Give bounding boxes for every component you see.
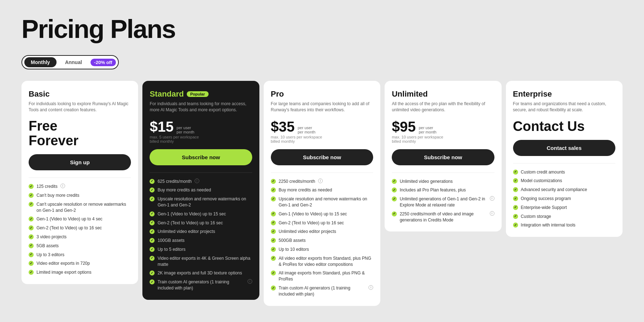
check-icon <box>392 211 397 216</box>
feature-item: Up to 10 editors <box>271 247 373 253</box>
check-icon <box>150 238 155 243</box>
plan-price-note-standard: max. 5 users per workspacebilled monthly <box>150 135 252 143</box>
info-icon[interactable]: i <box>318 179 323 183</box>
feature-text: Integration with internal tools <box>521 222 576 228</box>
feature-item: Unlimited video editor projects <box>271 229 373 235</box>
info-icon[interactable]: i <box>369 285 373 290</box>
check-icon <box>150 270 155 275</box>
check-icon <box>513 170 518 175</box>
plan-desc-enterprise: For teams and organizations that need a … <box>513 101 615 113</box>
info-icon[interactable]: i <box>60 184 65 188</box>
plan-name-pro: Pro <box>271 89 284 99</box>
plan-card-basic: Basic For individuals looking to explore… <box>21 81 138 284</box>
check-icon <box>392 196 397 201</box>
feature-text: Gen-2 (Text to Video) up to 16 sec <box>157 220 223 226</box>
plan-price-pro: $35 per user per month <box>271 119 373 135</box>
check-icon <box>150 279 155 284</box>
plan-desc-standard: For individuals and teams looking for mo… <box>150 101 252 113</box>
feature-item: 625 credits/month i <box>150 179 252 185</box>
check-icon <box>150 187 155 192</box>
plan-desc-unlimited: All the access of the pro plan with the … <box>392 101 494 113</box>
cta-btn-pro[interactable]: Subscribe now <box>271 149 373 165</box>
billing-annual[interactable]: Annual <box>59 57 88 67</box>
feature-text: Unlimited generations of Gen-1 and Gen-2… <box>400 196 487 208</box>
feature-item: Video editor exports in 720p <box>29 260 131 267</box>
feature-item: 3 video projects <box>29 234 131 240</box>
plan-card-unlimited: Unlimited All the access of the pro plan… <box>385 81 501 231</box>
feature-text: 625 credits/month <box>157 179 191 185</box>
feature-text: 100GB assets <box>157 238 184 244</box>
feature-text: Gen-2 (Text to Video) up to 16 sec <box>279 220 344 226</box>
feature-item: Gen-1 (Video to Video) up to 4 sec <box>29 216 131 222</box>
feature-text: Up to 10 editors <box>279 247 309 253</box>
feature-item: Advanced security and compliance <box>513 187 615 193</box>
feature-item: Can't buy more credits <box>29 192 131 199</box>
billing-toggle[interactable]: Monthly Annual -20% off <box>21 55 119 69</box>
feature-text: Up to 3 editors <box>36 252 64 258</box>
feature-item: Buy more credits as needed <box>271 187 373 193</box>
feature-item: 2K image exports and full 3D texture opt… <box>150 270 252 276</box>
cta-btn-unlimited[interactable]: Subscribe now <box>392 149 494 165</box>
check-icon <box>29 243 34 248</box>
feature-item: Upscale resolution and remove watermarks… <box>150 196 252 208</box>
feature-text: 5GB assets <box>36 243 59 249</box>
plan-price-unlimited: $95 per user per month <box>392 119 494 135</box>
page-title: Pricing Plans <box>21 14 623 44</box>
info-icon[interactable]: i <box>195 179 199 183</box>
feature-text: Upscale resolution and remove watermarks… <box>279 196 373 208</box>
check-icon <box>271 238 276 243</box>
feature-item: Unlimited video generations <box>392 179 494 185</box>
feature-list-basic: 125 credits i Can't buy more credits Can… <box>29 184 131 275</box>
info-icon[interactable]: i <box>490 196 494 201</box>
cta-btn-standard[interactable]: Subscribe now <box>150 149 252 165</box>
plan-card-pro: Pro For large teams and companies lookin… <box>264 81 380 306</box>
info-icon[interactable]: i <box>490 211 494 216</box>
check-icon <box>150 179 155 184</box>
feature-item: 5GB assets <box>29 243 131 249</box>
feature-item: Upscale resolution and remove watermarks… <box>271 196 373 208</box>
cta-btn-enterprise[interactable]: Contact sales <box>513 140 615 156</box>
feature-item: Gen-2 (Text to Video) up to 16 sec <box>150 220 252 226</box>
feature-text: 2250 credits/month <box>279 179 315 185</box>
feature-item: Gen-1 (Video to Video) up to 15 sec <box>150 211 252 217</box>
feature-item: Includes all Pro Plan features, plus <box>392 187 494 193</box>
check-icon <box>392 179 397 184</box>
check-icon <box>513 223 518 228</box>
feature-item: Unlimited generations of Gen-1 and Gen-2… <box>392 196 494 208</box>
cta-btn-basic[interactable]: Sign up <box>29 154 131 170</box>
check-icon <box>29 184 34 189</box>
plan-name-basic: Basic <box>29 89 50 99</box>
feature-text: Up to 5 editors <box>157 247 185 253</box>
feature-item: Unlimited video editor projects <box>150 229 252 235</box>
feature-item: Can't upscale resolution or remove water… <box>29 201 131 214</box>
feature-item: Enterprise-wide Support <box>513 205 615 211</box>
feature-item: Train custom AI generators (1 training i… <box>271 285 373 297</box>
feature-text: Gen-1 (Video to Video) up to 4 sec <box>36 216 102 222</box>
check-icon <box>271 211 276 216</box>
feature-item: Custom storage <box>513 214 615 220</box>
feature-text: Train custom AI generators (1 training i… <box>279 285 366 297</box>
feature-item: Custom credit amounts <box>513 169 615 175</box>
feature-item: Gen-2 (Text to Video) up to 16 sec <box>271 220 373 226</box>
check-icon <box>150 229 155 234</box>
check-icon <box>150 256 155 261</box>
feature-text: 3 video projects <box>36 234 67 240</box>
plan-price-basic: FreeForever <box>29 119 131 149</box>
feature-item: Train custom AI generators (1 training i… <box>150 279 252 291</box>
feature-item: 125 credits i <box>29 184 131 190</box>
feature-item: Limited image export options <box>29 269 131 275</box>
billing-monthly[interactable]: Monthly <box>24 57 57 67</box>
check-icon <box>271 256 276 261</box>
feature-text: Custom credit amounts <box>521 169 565 175</box>
feature-text: Gen-1 (Video to Video) up to 15 sec <box>279 211 347 217</box>
info-icon[interactable]: i <box>248 279 252 284</box>
check-icon <box>29 234 34 239</box>
feature-list-standard: 625 credits/month i Buy more credits as … <box>150 179 252 291</box>
check-icon <box>150 220 155 225</box>
feature-item: 100GB assets <box>150 238 252 244</box>
check-icon <box>271 286 276 291</box>
check-icon <box>513 214 518 219</box>
plan-price-note-pro: max. 10 users per workspacebilled monthl… <box>271 135 373 143</box>
feature-text: Enterprise-wide Support <box>521 205 567 211</box>
plan-desc-pro: For large teams and companies looking to… <box>271 101 373 113</box>
